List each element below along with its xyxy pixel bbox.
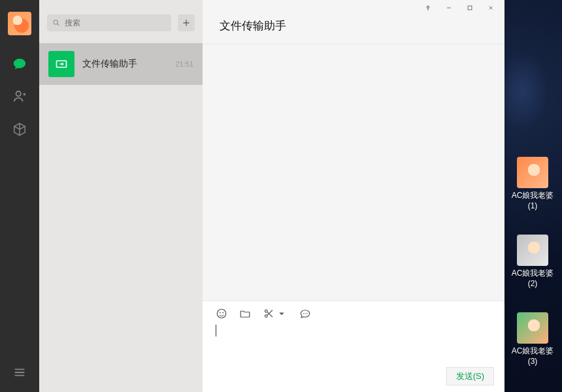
pin-icon <box>425 5 431 11</box>
svg-point-9 <box>305 313 306 314</box>
shortcut-thumbnail <box>517 312 548 344</box>
svg-point-10 <box>306 313 308 314</box>
send-button[interactable]: 发送(S) <box>446 367 494 385</box>
composer-toolbar <box>203 301 504 322</box>
folder-icon <box>239 308 251 319</box>
search-icon <box>52 18 61 27</box>
maximize-icon <box>467 5 473 11</box>
cube-icon <box>12 122 27 137</box>
emoji-icon <box>216 308 227 319</box>
search-row <box>39 0 203 43</box>
chat-list-panel: 文件传输助手 21:51 <box>39 0 203 392</box>
svg-point-7 <box>265 315 267 318</box>
add-button[interactable] <box>178 14 195 31</box>
svg-point-5 <box>222 312 223 314</box>
close-icon <box>488 5 494 11</box>
chat-bubble-icon <box>12 57 27 71</box>
svg-point-6 <box>265 310 267 312</box>
composer: 发送(S) <box>203 301 504 392</box>
messages-area[interactable] <box>203 44 504 301</box>
nav-chat[interactable] <box>7 51 33 77</box>
shortcut-thumbnail <box>517 157 548 188</box>
screenshot-button[interactable] <box>263 308 288 319</box>
file-transfer-icon <box>55 57 68 71</box>
chat-dots-icon <box>299 308 311 319</box>
shortcut-label: AC娘我老婆 (1) <box>507 191 558 211</box>
text-cursor <box>216 325 216 336</box>
maximize-button[interactable] <box>460 1 480 15</box>
window-titlebar <box>203 0 504 16</box>
nav-miniprograms[interactable] <box>7 116 33 142</box>
pin-button[interactable] <box>418 1 438 15</box>
shortcut-thumbnail <box>517 235 548 266</box>
shortcut-label: AC娘我老婆 (3) <box>507 346 558 367</box>
svg-rect-2 <box>468 6 472 10</box>
desktop-shortcut[interactable]: AC娘我老婆 (2) <box>507 235 558 289</box>
contacts-icon <box>12 90 27 104</box>
chat-item-meta: 文件传输助手 21:51 <box>82 58 193 70</box>
nav-contacts[interactable] <box>7 84 33 110</box>
search-box[interactable] <box>47 14 171 31</box>
hamburger-icon <box>12 365 27 380</box>
chat-header-title: 文件传输助手 <box>203 16 504 44</box>
chat-item-time: 21:51 <box>175 60 193 68</box>
chat-list-item[interactable]: 文件传输助手 21:51 <box>39 43 203 85</box>
minimize-button[interactable] <box>439 1 459 15</box>
chat-history-button[interactable] <box>299 308 311 319</box>
emoji-button[interactable] <box>216 308 227 319</box>
nav-menu[interactable] <box>7 359 33 385</box>
sidebar <box>0 0 39 392</box>
plus-icon <box>181 18 191 28</box>
file-button[interactable] <box>239 308 251 319</box>
chevron-down-icon <box>276 308 288 319</box>
close-button[interactable] <box>481 1 501 15</box>
search-input[interactable] <box>65 18 166 27</box>
user-avatar[interactable] <box>8 12 31 35</box>
shortcut-label: AC娘我老婆 (2) <box>507 269 558 289</box>
desktop-shortcut[interactable]: AC娘我老婆 (3) <box>507 312 558 367</box>
scissors-icon <box>263 308 274 319</box>
svg-point-0 <box>54 20 58 24</box>
chat-app-window: 文件传输助手 21:51 文件传输助手 <box>0 0 504 392</box>
svg-point-3 <box>217 309 226 318</box>
desktop-icons: AC娘我老婆 (1) AC娘我老婆 (2) AC娘我老婆 (3) <box>507 157 558 367</box>
compose-input[interactable] <box>203 322 504 367</box>
chat-panel: 文件传输助手 发送(S <box>203 0 504 392</box>
minimize-icon <box>446 5 452 11</box>
svg-point-8 <box>303 313 305 314</box>
svg-point-4 <box>220 312 221 314</box>
chat-avatar-file-transfer <box>48 51 74 77</box>
desktop-shortcut[interactable]: AC娘我老婆 (1) <box>507 157 558 211</box>
chat-item-title: 文件传输助手 <box>82 58 137 70</box>
